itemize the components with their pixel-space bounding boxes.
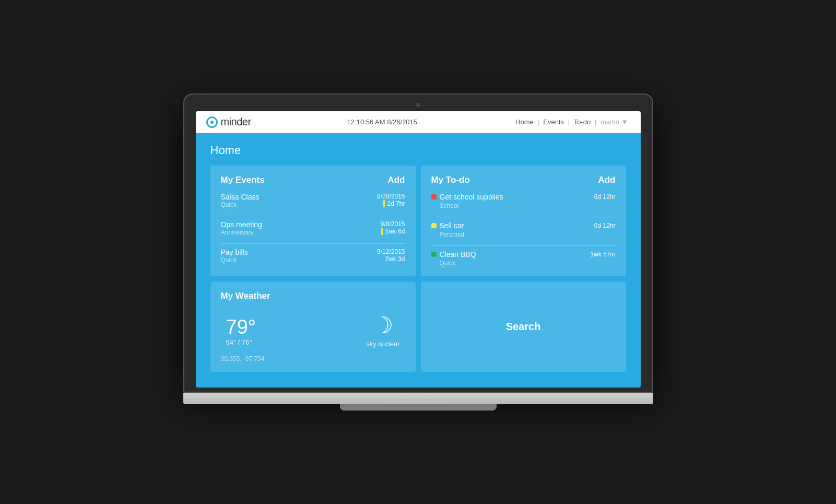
- event-countdown: 1wk 6d: [381, 228, 405, 235]
- todo-item: Get school supplies 6d 12hr School: [431, 193, 616, 209]
- screen-bezel: minder 12:10:56 AM 8/26/2015 Home | Even…: [183, 93, 653, 393]
- todo-row: Sell car 6d 12hr: [431, 221, 616, 230]
- event-name: Salsa Class: [221, 193, 260, 201]
- laptop-container: minder 12:10:56 AM 8/26/2015 Home | Even…: [183, 93, 653, 411]
- event-date: 9/12/2015: [377, 248, 405, 255]
- event-item: Pay bills Quick 9/12/2015 2wk 3d: [221, 248, 405, 264]
- event-date: 9/8/2015: [381, 220, 405, 228]
- todo-name-row: Get school supplies: [431, 193, 503, 201]
- todo-category: Quick: [431, 260, 616, 267]
- main-content: Home My Events Add Salsa Class: [196, 133, 641, 388]
- widget-grid: My Events Add Salsa Class Quick: [210, 166, 626, 372]
- todo-name: Get school supplies: [440, 193, 503, 201]
- laptop-base: [183, 393, 653, 404]
- todo-category: Personal: [431, 231, 616, 238]
- event-time-area: 8/28/2015 2d 7hr: [377, 193, 405, 207]
- event-name-area: Pay bills Quick: [221, 248, 248, 264]
- todo-time: 6d 12hr: [594, 193, 616, 201]
- event-name: Ops meeting: [221, 220, 262, 229]
- camera: [416, 103, 420, 107]
- divider: [221, 243, 405, 244]
- event-date: 8/28/2015: [377, 193, 405, 200]
- event-row: Pay bills Quick 9/12/2015 2wk 3d: [221, 248, 405, 264]
- countdown-text: 2wk 3d: [385, 255, 405, 263]
- events-header: My Events Add: [221, 175, 405, 185]
- divider: [221, 216, 405, 216]
- navbar: minder 12:10:56 AM 8/26/2015 Home | Even…: [196, 111, 641, 133]
- weather-widget: My Weather 79° 94° / 76° ☽ sky is clear: [210, 282, 416, 372]
- todo-category: School: [431, 202, 616, 209]
- todo-color-dot: [431, 252, 437, 257]
- weather-body: 79° 94° / 76° ☽ sky is clear: [221, 309, 405, 348]
- event-time-area: 9/8/2015 1wk 6d: [381, 220, 405, 235]
- weather-header: My Weather: [221, 291, 405, 301]
- todo-name-row: Clean BBQ: [431, 250, 476, 259]
- event-item: Salsa Class Quick 8/28/2015 2d 7hr: [221, 193, 405, 208]
- event-category: Quick: [221, 201, 260, 208]
- nav-home[interactable]: Home: [515, 118, 534, 126]
- logo-dot: [210, 121, 214, 124]
- weather-title: My Weather: [221, 291, 270, 301]
- event-countdown: 2wk 3d: [377, 255, 405, 263]
- countdown-text: 1wk 6d: [385, 228, 405, 235]
- events-title: My Events: [221, 175, 265, 185]
- event-name: Pay bills: [221, 248, 248, 256]
- todo-time: 6d 12hr: [594, 222, 616, 229]
- countdown-bar: [383, 200, 385, 207]
- event-row: Salsa Class Quick 8/28/2015 2d 7hr: [221, 193, 405, 208]
- event-category: Quick: [221, 256, 248, 264]
- weather-temperature: 79°: [226, 316, 256, 338]
- countdown-text: 2d 7hr: [387, 200, 405, 207]
- nav-events[interactable]: Events: [543, 118, 564, 126]
- todo-name: Sell car: [440, 221, 464, 230]
- event-countdown: 2d 7hr: [377, 200, 405, 207]
- divider: [431, 245, 616, 246]
- laptop-stand: [340, 404, 497, 411]
- todo-name-row: Sell car: [431, 221, 464, 230]
- weather-temp-range: 94° / 76°: [226, 338, 256, 346]
- countdown-bar: [381, 228, 383, 235]
- divider: [431, 217, 616, 217]
- nav-sep-1: |: [537, 118, 541, 126]
- event-category: Anniversary: [221, 229, 262, 236]
- weather-icon-area: ☽ sky is clear: [366, 314, 399, 348]
- event-item: Ops meeting Anniversary 9/8/2015 1wk 6d: [221, 220, 405, 236]
- event-time-area: 9/12/2015 2wk 3d: [377, 248, 405, 263]
- search-label[interactable]: Search: [506, 321, 541, 333]
- todo-title: My To-do: [431, 175, 470, 185]
- event-name-area: Ops meeting Anniversary: [221, 220, 262, 236]
- laptop-hinge: [387, 399, 450, 403]
- logo-text: minder: [221, 116, 251, 128]
- event-name-area: Salsa Class Quick: [221, 193, 260, 208]
- page-title: Home: [210, 144, 626, 157]
- event-row: Ops meeting Anniversary 9/8/2015 1wk 6d: [221, 220, 405, 236]
- todo-color-dot: [431, 194, 437, 200]
- todo-item: Sell car 6d 12hr Personal: [431, 221, 616, 238]
- todo-add-button[interactable]: Add: [598, 175, 615, 185]
- navbar-nav: Home | Events | To-do | martin ▼: [513, 118, 630, 126]
- logo-icon: [206, 116, 218, 128]
- todo-color-dot: [431, 223, 437, 228]
- todo-row: Clean BBQ 1wk 57m: [431, 250, 616, 259]
- events-widget: My Events Add Salsa Class Quick: [210, 166, 416, 276]
- nav-sep-3: |: [595, 118, 598, 126]
- weather-temp-area: 79° 94° / 76°: [226, 316, 256, 346]
- todo-widget: My To-do Add Get school supplies 6d 12hr: [421, 166, 626, 276]
- todo-row: Get school supplies 6d 12hr: [431, 193, 616, 201]
- events-add-button[interactable]: Add: [387, 175, 405, 185]
- todo-item: Clean BBQ 1wk 57m Quick: [431, 250, 616, 267]
- nav-todo[interactable]: To-do: [574, 118, 591, 126]
- nav-user[interactable]: martin ▼: [600, 118, 628, 126]
- todo-time: 1wk 57m: [590, 251, 615, 258]
- nav-sep-2: |: [568, 118, 572, 126]
- todo-header: My To-do Add: [431, 175, 616, 185]
- weather-coords: 30.355, -97.754: [221, 355, 405, 362]
- screen: minder 12:10:56 AM 8/26/2015 Home | Even…: [196, 111, 641, 388]
- navbar-time: 12:10:56 AM 8/26/2015: [347, 118, 417, 126]
- search-widget[interactable]: Search: [421, 282, 626, 372]
- logo: minder: [206, 116, 251, 128]
- weather-description: sky is clear: [366, 340, 399, 348]
- moon-icon: ☽: [366, 314, 399, 337]
- todo-name: Clean BBQ: [440, 250, 476, 259]
